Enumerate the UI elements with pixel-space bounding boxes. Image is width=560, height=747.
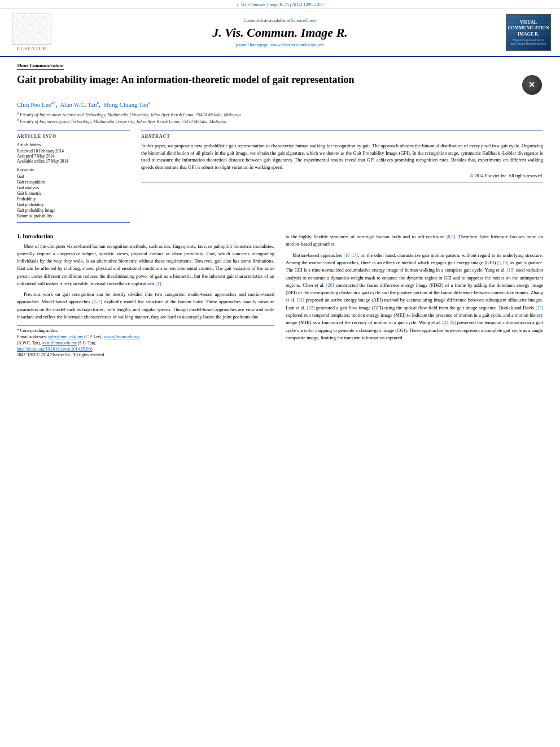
svg-point-5 <box>25 25 38 36</box>
abstract-copyright: © 2014 Elsevier Inc. All rights reserved… <box>141 173 543 178</box>
cite-10-17: [10–17] <box>344 253 358 258</box>
right-para2: Motion-based approaches [10–17], on the … <box>286 252 543 342</box>
journal-center: Contents lists available at ScienceDirec… <box>54 18 506 47</box>
crossmark-symbol: ✕ <box>522 75 542 95</box>
affiliations: a Faculty of Information Science and Tec… <box>17 111 543 124</box>
author-alan-tan[interactable]: Alan W.C. Tan <box>60 101 97 108</box>
received-date: Received 10 February 2014 <box>17 148 130 154</box>
sciencedirect-link[interactable]: ScienceDirect <box>291 18 317 23</box>
svg-point-7 <box>38 32 42 37</box>
body-col-left: 1. Introduction Most of the computer vis… <box>17 233 274 357</box>
cite-23: [23] <box>536 305 543 311</box>
intro-para1: Most of the computer vision-based human … <box>17 243 274 287</box>
article-history-group: Article history: Received 10 February 20… <box>17 142 130 164</box>
journal-header: ELSEVIER Contents lists available at Sci… <box>0 9 560 57</box>
intro-heading: 1. Introduction <box>17 233 274 239</box>
crossmark-icon[interactable]: ✕ <box>520 73 543 96</box>
keyword-5: Probability <box>17 196 130 202</box>
journal-logo-right: VISUALCOMMUNICATIONIMAGE R. Visual Commu… <box>506 14 551 51</box>
elsevier-text: ELSEVIER <box>16 46 47 51</box>
email-cplee[interactable]: cplee@mmu.edu.my <box>48 334 83 339</box>
available-date: Available online 27 May 2014 <box>17 159 130 164</box>
cite-21: [21] <box>297 298 304 303</box>
email-sctan[interactable]: sctan@mmu.edu.my <box>42 340 77 346</box>
keyword-6: Gait probability <box>17 202 130 207</box>
elsevier-logo: ELSEVIER <box>9 14 54 51</box>
journal-logo-right-sub: Visual Communicationand Image Representa… <box>511 38 546 45</box>
doi-link[interactable]: http://dx.doi.org/10.1016/j.jvcir.2014.0… <box>17 347 93 352</box>
journal-homepage: journal homepage: www.elsevier.com/locat… <box>54 42 506 47</box>
keyword-2: Gait recognition <box>17 180 130 185</box>
keyword-3: Gait analysis <box>17 185 130 190</box>
keyword-8: Binomial probability <box>17 213 130 219</box>
intro-para2: Previous work on gait recognition can be… <box>17 291 274 321</box>
article-title: Gait probability image: An information-t… <box>17 73 515 86</box>
cite-22: [22] <box>307 305 314 311</box>
abstract-column: ABSTRACT In this paper, we propose a new… <box>141 130 543 223</box>
info-abstract-section: ARTICLE INFO Article history: Received 1… <box>17 130 543 223</box>
author-shing-chiang-tan[interactable]: Shing Chiang Tan <box>103 101 148 108</box>
svg-point-6 <box>21 32 25 37</box>
body-col-right: to the highly flexible structures of non… <box>286 233 543 357</box>
abstract-text: In this paper, we propose a new probabil… <box>141 142 543 171</box>
article-info-box: ARTICLE INFO Article history: Received 1… <box>17 130 130 223</box>
cite-1-18: [1,18] <box>497 260 508 265</box>
footnotes: * Corresponding author. E-mail addresses… <box>17 325 274 357</box>
right-para1: to the highly flexible structures of non… <box>286 233 543 248</box>
article-section: Short Communication Gait probability ima… <box>0 57 560 223</box>
contents-available-text: Contents lists available at ScienceDirec… <box>54 18 506 23</box>
article-info-header: ARTICLE INFO <box>17 134 130 139</box>
cite-24-25: [24,25] <box>443 320 456 325</box>
keywords-label: Keywords: <box>17 167 130 172</box>
elsevier-logo-image <box>12 14 51 45</box>
journal-logo-right-text: VISUALCOMMUNICATIONIMAGE R. <box>508 20 549 37</box>
corresponding-author-note: * Corresponding author. <box>17 328 274 333</box>
journal-citation: J. Vis. Commun. Image R. 25 (2014) 1489–… <box>0 0 560 9</box>
elsevier-logo-svg <box>15 16 49 42</box>
email-note: E-mail addresses: cplee@mmu.edu.my (C.P.… <box>17 334 274 339</box>
email-note-2: (A.W.C. Tan), sctan@mmu.edu.my (S.C. Tan… <box>17 340 274 346</box>
article-title-area: Gait probability image: An information-t… <box>17 73 543 96</box>
article-type-label: Short Communication <box>17 63 64 70</box>
cite-19: [19] <box>507 268 514 273</box>
authors-line: Chin Poo Leea,*, Alan W.C. Tanb, Shing C… <box>17 101 543 108</box>
cite-1: [1] <box>156 281 161 286</box>
cite-20: [20] <box>326 283 334 288</box>
affiliation-a: a Faculty of Information Science and Tec… <box>17 111 543 117</box>
keyword-4: Gait biometric <box>17 191 130 196</box>
doi-line[interactable]: http://dx.doi.org/10.1016/j.jvcir.2014.0… <box>17 347 274 352</box>
journal-title: J. Vis. Commun. Image R. <box>54 25 506 40</box>
cite-8-9: [8,9] <box>447 234 455 239</box>
cite-2-7: [2–7] <box>92 299 102 304</box>
email-wctan[interactable]: wctan@mmu.edu.my <box>103 334 139 339</box>
body-section: 1. Introduction Most of the computer vis… <box>0 228 560 363</box>
abstract-header: ABSTRACT <box>141 134 543 139</box>
history-label: Article history: <box>17 142 130 147</box>
svg-rect-0 <box>15 16 49 42</box>
svg-rect-1 <box>18 19 46 39</box>
abstract-box: ABSTRACT In this paper, we propose a new… <box>141 130 543 182</box>
body-two-col: 1. Introduction Most of the computer vis… <box>17 233 543 357</box>
affiliation-b: b Faculty of Engineering and Technology,… <box>17 118 543 124</box>
svg-point-3 <box>20 20 32 29</box>
copyright-line: 1047-3203/© 2014 Elsevier Inc. All right… <box>17 352 274 357</box>
svg-point-4 <box>32 20 43 29</box>
article-info-column: ARTICLE INFO Article history: Received 1… <box>17 130 130 223</box>
author-chin-poo-lee[interactable]: Chin Poo Lee <box>17 101 51 108</box>
keyword-1: Gait <box>17 174 130 179</box>
keyword-7: Gait probability image <box>17 208 130 213</box>
accepted-date: Accepted 7 May 2014 <box>17 154 130 159</box>
